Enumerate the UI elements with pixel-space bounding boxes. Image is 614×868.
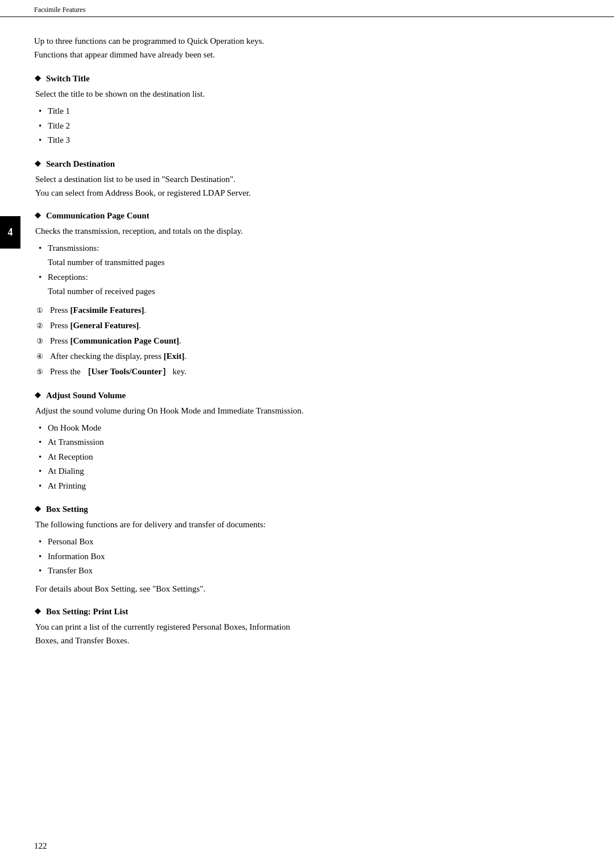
list-item: On Hook Mode <box>48 421 580 436</box>
diamond-icon: ❖ <box>34 74 42 84</box>
diamond-icon: ❖ <box>34 391 42 400</box>
box-setting-label: Box Setting <box>46 505 88 514</box>
list-item: Information Box <box>48 549 580 564</box>
list-item: ⑤ Press the ［User Tools/Counter］ key. <box>36 364 580 379</box>
list-item: Title 1 <box>48 104 580 119</box>
page-container: Facsimile Features 4 Up to three functio… <box>0 0 614 868</box>
step-content: After checking the display, press [Exit]… <box>50 349 580 364</box>
box-setting-bullets: Personal Box Information Box Transfer Bo… <box>34 535 580 578</box>
adjust-sound-volume-label: Adjust Sound Volume <box>46 391 126 400</box>
switch-title-desc: Select the title to be shown on the dest… <box>34 87 580 101</box>
box-setting-print-list-label: Box Setting: Print List <box>46 607 128 617</box>
section-switch-title: ❖ Switch Title Select the title to be sh… <box>34 74 580 148</box>
diamond-icon: ❖ <box>34 607 42 617</box>
section-communication-page-count: ❖ Communication Page Count Checks the tr… <box>34 211 580 379</box>
adjust-sound-volume-bullets: On Hook Mode At Transmission At Receptio… <box>34 421 580 494</box>
section-box-setting-print-list: ❖ Box Setting: Print List You can print … <box>34 607 580 647</box>
intro-line2: Functions that appear dimmed have alread… <box>34 50 215 59</box>
page-number: 122 <box>34 841 47 851</box>
switch-title-bullets: Title 1 Title 2 Title 3 <box>34 104 580 148</box>
step-content: Press [General Features]. <box>50 318 580 333</box>
section-title-switch-title: ❖ Switch Title <box>34 74 580 84</box>
box-setting-extra: For details about Box Setting, see "Box … <box>34 582 580 596</box>
section-search-destination: ❖ Search Destination Select a destinatio… <box>34 159 580 200</box>
list-item: At Dialing <box>48 464 580 479</box>
step-num: ③ <box>36 333 47 348</box>
list-item: ③ Press [Communication Page Count]. <box>36 333 580 349</box>
section-adjust-sound-volume: ❖ Adjust Sound Volume Adjust the sound v… <box>34 391 580 494</box>
communication-page-count-label: Communication Page Count <box>46 211 150 221</box>
list-item: Title 3 <box>48 133 580 148</box>
list-item: Personal Box <box>48 535 580 549</box>
header-bar: Facsimile Features <box>0 0 614 17</box>
list-item: At Reception <box>48 450 580 465</box>
list-item: ④ After checking the display, press [Exi… <box>36 349 580 364</box>
section-title-search-destination: ❖ Search Destination <box>34 159 580 169</box>
section-title-adjust-sound-volume: ❖ Adjust Sound Volume <box>34 391 580 400</box>
step-content: Press [Facsimile Features]. <box>50 303 580 318</box>
list-item: Transfer Box <box>48 564 580 578</box>
box-setting-print-list-desc: You can print a list of the currently re… <box>34 620 580 647</box>
step-num: ① <box>36 303 47 317</box>
list-item: At Transmission <box>48 435 580 450</box>
step-num: ④ <box>36 349 47 363</box>
list-item: Transmissions: Total number of transmitt… <box>48 241 580 270</box>
section-box-setting: ❖ Box Setting The following functions ar… <box>34 505 580 596</box>
communication-page-count-steps: ① Press [Facsimile Features]. ② Press [G… <box>34 303 580 379</box>
main-content: Up to three functions can be programmed … <box>0 17 614 681</box>
section-title-communication-page-count: ❖ Communication Page Count <box>34 211 580 221</box>
box-setting-desc: The following functions are for delivery… <box>34 518 580 531</box>
step-num: ② <box>36 318 47 332</box>
list-item: Receptions: Total number of received pag… <box>48 270 580 299</box>
transmission-label: Transmissions: Total number of transmitt… <box>48 243 165 267</box>
switch-title-label: Switch Title <box>46 74 90 84</box>
list-item: ② Press [General Features]. <box>36 318 580 333</box>
list-item: ① Press [Facsimile Features]. <box>36 303 580 318</box>
diamond-icon: ❖ <box>34 505 42 514</box>
intro-paragraph: Up to three functions can be programmed … <box>34 34 580 61</box>
header-text: Facsimile Features <box>34 6 85 14</box>
adjust-sound-volume-desc: Adjust the sound volume during On Hook M… <box>34 404 580 418</box>
list-item: At Printing <box>48 479 580 494</box>
chapter-tab: 4 <box>0 216 20 249</box>
section-title-box-setting: ❖ Box Setting <box>34 505 580 514</box>
step-content: Press the ［User Tools/Counter］ key. <box>50 364 580 379</box>
reception-label: Receptions: Total number of received pag… <box>48 272 155 296</box>
intro-line1: Up to three functions can be programmed … <box>34 36 264 46</box>
diamond-icon: ❖ <box>34 211 42 221</box>
communication-page-count-desc: Checks the transmission, reception, and … <box>34 224 580 238</box>
list-item: Title 2 <box>48 119 580 134</box>
search-destination-desc: Select a destination list to be used in … <box>34 172 580 200</box>
search-destination-label: Search Destination <box>46 159 115 169</box>
step-num: ⑤ <box>36 364 47 378</box>
section-title-box-setting-print-list: ❖ Box Setting: Print List <box>34 607 580 617</box>
diamond-icon: ❖ <box>34 159 42 169</box>
communication-page-count-bullets: Transmissions: Total number of transmitt… <box>34 241 580 299</box>
step-content: Press [Communication Page Count]. <box>50 333 580 349</box>
